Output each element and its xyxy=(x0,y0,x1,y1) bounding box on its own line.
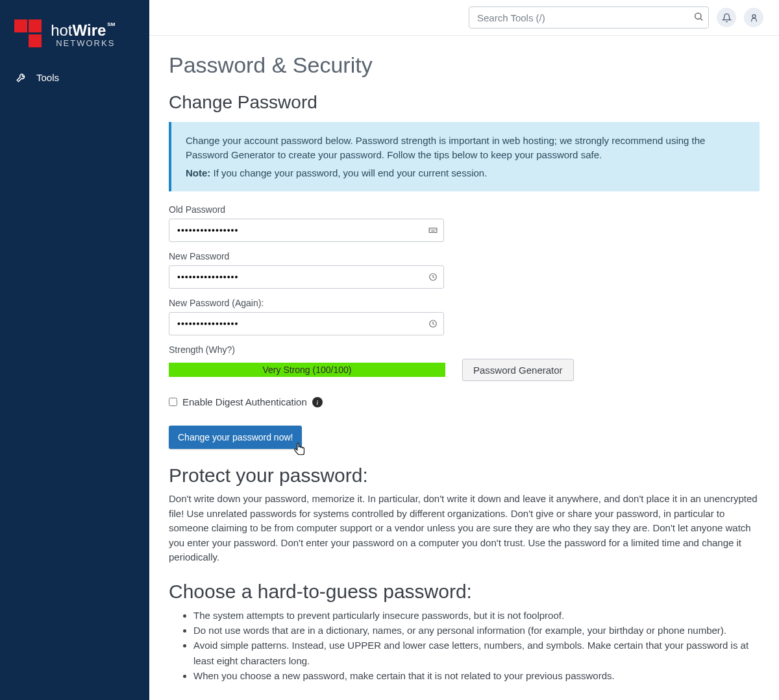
change-password-heading: Change Password xyxy=(169,92,760,113)
svg-rect-8 xyxy=(431,231,435,232)
new-password-again-label: New Password (Again): xyxy=(169,298,760,308)
svg-point-2 xyxy=(752,14,756,18)
user-icon xyxy=(749,13,759,23)
strength-label: Strength (Why?) xyxy=(169,344,760,355)
sidebar-item-tools[interactable]: Tools xyxy=(0,62,149,92)
protect-text: Don't write down your password, memorize… xyxy=(169,492,760,565)
tips-list: The system attempts to prevent particula… xyxy=(169,608,760,683)
bell-icon xyxy=(722,13,732,23)
svg-rect-7 xyxy=(435,230,436,230)
svg-rect-3 xyxy=(429,228,437,233)
info-note-label: Note: xyxy=(186,167,210,178)
old-password-input[interactable] xyxy=(169,219,444,242)
sidebar-item-label: Tools xyxy=(36,72,59,83)
brand-logo: hotWireSM NETWORKS xyxy=(0,0,149,62)
old-password-label: Old Password xyxy=(169,204,760,215)
info-text: Change your account password below. Pass… xyxy=(186,134,745,162)
change-password-button[interactable]: Change your password now! xyxy=(169,426,302,449)
choose-heading: Choose a hard-to-guess password: xyxy=(169,581,760,603)
list-item: Do not use words that are in a dictionar… xyxy=(193,623,760,638)
digest-auth-label: Enable Digest Authentication xyxy=(182,396,307,407)
topbar xyxy=(149,0,779,36)
list-item: Avoid simple patterns. Instead, use UPPE… xyxy=(193,638,760,668)
strength-meter: Very Strong (100/100) xyxy=(169,363,445,377)
password-generator-button[interactable]: Password Generator xyxy=(462,359,574,381)
search-icon[interactable] xyxy=(693,12,704,24)
brand-wire: Wire xyxy=(73,21,106,39)
svg-rect-4 xyxy=(430,230,431,230)
user-menu-button[interactable] xyxy=(744,8,763,27)
protect-heading: Protect your password: xyxy=(169,465,760,487)
digest-auth-checkbox[interactable] xyxy=(169,398,177,406)
page-title: Password & Security xyxy=(169,53,760,78)
new-password-again-input[interactable] xyxy=(169,312,444,335)
keyboard-icon[interactable] xyxy=(428,226,438,235)
info-icon[interactable]: i xyxy=(312,397,323,407)
generate-icon[interactable] xyxy=(428,272,438,282)
sidebar: hotWireSM NETWORKS Tools xyxy=(0,0,149,700)
new-password-label: New Password xyxy=(169,251,760,261)
list-item: The system attempts to prevent particula… xyxy=(193,608,760,623)
footer: cPanel 104.0.7 Home Trademarks Privacy P… xyxy=(149,696,779,700)
search-input[interactable] xyxy=(469,6,709,29)
info-note-text: If you change your password, you will en… xyxy=(210,167,487,178)
new-password-input[interactable] xyxy=(169,265,444,289)
cursor-hand-icon xyxy=(293,442,307,461)
brand-sm: SM xyxy=(107,21,115,27)
notifications-button[interactable] xyxy=(717,8,736,27)
info-box: Change your account password below. Pass… xyxy=(169,122,760,191)
list-item: When you choose a new password, make cer… xyxy=(193,668,760,683)
svg-line-1 xyxy=(700,19,702,21)
svg-point-0 xyxy=(695,13,701,19)
brand-hot: hot xyxy=(51,21,72,39)
svg-rect-5 xyxy=(432,230,432,230)
generate-icon[interactable] xyxy=(428,319,438,328)
brand-sub: NETWORKS xyxy=(51,38,115,48)
svg-rect-6 xyxy=(434,230,434,230)
tools-icon xyxy=(16,71,27,83)
logo-icon xyxy=(14,19,43,49)
